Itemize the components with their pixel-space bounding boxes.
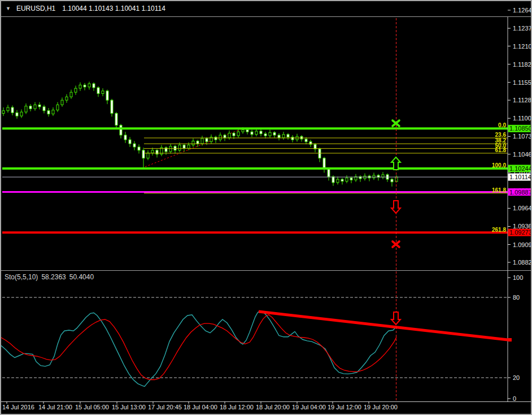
candle-body — [215, 137, 217, 140]
candle-body — [341, 179, 343, 181]
candle-body — [61, 100, 63, 105]
price-tick-label: 1.11005 — [513, 115, 531, 122]
candle-body — [151, 150, 154, 153]
time-axis-label: 18 Jul 04:00 — [184, 404, 217, 410]
arrow-down-icon[interactable] — [391, 201, 400, 213]
sto-trendline[interactable] — [259, 312, 508, 340]
candle-body — [332, 176, 334, 182]
stochastic-label: Sto(5,5,10)58.236350.4040 — [5, 273, 97, 281]
sto-signal-line — [1, 315, 396, 380]
candle-body — [282, 135, 285, 138]
fib-level-label: 61.8 — [495, 147, 507, 153]
price-tick-label: 1.10730 — [513, 133, 531, 140]
arrow-down-icon[interactable] — [391, 312, 400, 325]
price-tick-label: 1.11825 — [513, 61, 531, 68]
price-tick-label: 1.12370 — [513, 25, 531, 32]
time-axis-label: 18 Jul 12:00 — [220, 404, 254, 410]
time-axis-label: 19 Jul 20:00 — [364, 404, 398, 410]
price-label-text: 1.10114 — [509, 174, 531, 180]
candle-body — [2, 111, 5, 114]
candle-body — [124, 135, 127, 140]
candle-body — [224, 135, 226, 138]
stochastic-signal-value: 50.4040 — [69, 273, 94, 281]
price-label-text: 1.09273 — [509, 229, 531, 236]
candle-body — [20, 112, 23, 116]
candle-body — [129, 140, 131, 144]
price-tick-label: 1.11280 — [513, 97, 531, 103]
time-axis-label: 15 Jul 05:00 — [75, 404, 109, 410]
candle-body — [169, 146, 172, 152]
price-tick-label: 1.09090 — [513, 241, 531, 248]
candle-body — [66, 97, 68, 100]
sto-axis-label: 20 — [513, 374, 520, 381]
candle-body — [79, 85, 81, 88]
time-axis-label: 19 Jul 12:00 — [328, 404, 361, 410]
candle-body — [269, 132, 271, 136]
candle-body — [287, 135, 289, 137]
candle-body — [52, 110, 54, 114]
time-axis-label: 19 Jul 04:00 — [292, 404, 326, 410]
candle-body — [56, 105, 59, 110]
main-chart-svg[interactable]: 1.126451.123701.121001.118251.115501.112… — [1, 1, 531, 414]
stochastic-name: Sto(5,5,10) — [5, 273, 38, 281]
time-axis-label: 14 Jul 21:00 — [38, 404, 72, 410]
candle-body — [219, 135, 221, 140]
fib-level-label: 0.0 — [498, 122, 506, 128]
candle-body — [246, 130, 248, 132]
candle-body — [147, 153, 149, 158]
fib-level-label: 261.8 — [492, 227, 506, 233]
candle-body — [206, 139, 208, 142]
sto-trendline-axis-marker — [508, 338, 512, 341]
candle-body — [115, 113, 117, 125]
x-cross-red-icon[interactable] — [393, 241, 399, 247]
candle-body — [75, 88, 77, 92]
candle-body — [242, 130, 244, 132]
candle-body — [337, 179, 339, 183]
candle-body — [138, 147, 140, 150]
candle-body — [319, 149, 321, 158]
candle-body — [251, 132, 253, 135]
candle-body — [11, 107, 14, 113]
candle-body — [29, 106, 32, 109]
candle-body — [156, 150, 158, 154]
fib-level-label: 161.8 — [492, 187, 506, 193]
sto-main-line — [1, 311, 396, 387]
fib-level-label: 100.0 — [492, 162, 506, 168]
price-tick-label: 1.09640 — [513, 205, 531, 211]
candle-body — [47, 111, 50, 114]
candle-body — [97, 88, 99, 93]
candle-body — [93, 84, 95, 88]
price-tick-label: 1.11550 — [513, 79, 531, 86]
sto-axis-label: 80 — [513, 294, 520, 301]
sto-axis-label: 100 — [513, 274, 523, 281]
candle-body — [34, 105, 36, 109]
time-axis-label: 17 Jul 20:45 — [148, 404, 182, 410]
candle-body — [38, 105, 41, 106]
candle-body — [346, 178, 348, 181]
candle-body — [102, 91, 104, 94]
sto-axis-label: 0 — [513, 395, 516, 402]
candle-body — [391, 179, 393, 182]
chart-window: ▼EURUSD,H11.10044 1.10143 1.10041 1.1011… — [0, 0, 532, 415]
candle-body — [323, 158, 325, 169]
candle-body — [273, 132, 276, 135]
candle-body — [16, 113, 18, 116]
candle-body — [197, 141, 199, 144]
candle-body — [201, 139, 203, 144]
candle-body — [233, 133, 235, 136]
candle-body — [120, 125, 122, 135]
candle-body — [25, 106, 27, 112]
candle-body — [70, 92, 72, 97]
candle-body — [228, 133, 230, 137]
price-label-text: 1.09887 — [509, 189, 531, 196]
candle-body — [187, 145, 190, 148]
time-axis-label: 14 Jul 2016 — [2, 404, 34, 410]
candle-body — [7, 107, 9, 111]
candle-body — [192, 141, 194, 145]
price-label-text: 1.10244 — [509, 165, 531, 172]
time-axis-label: 18 Jul 20:00 — [256, 404, 290, 410]
time-axis-label: 15 Jul 13:00 — [112, 404, 146, 410]
candle-body — [278, 135, 280, 138]
candle-body — [88, 84, 90, 87]
candle-body — [84, 85, 86, 87]
